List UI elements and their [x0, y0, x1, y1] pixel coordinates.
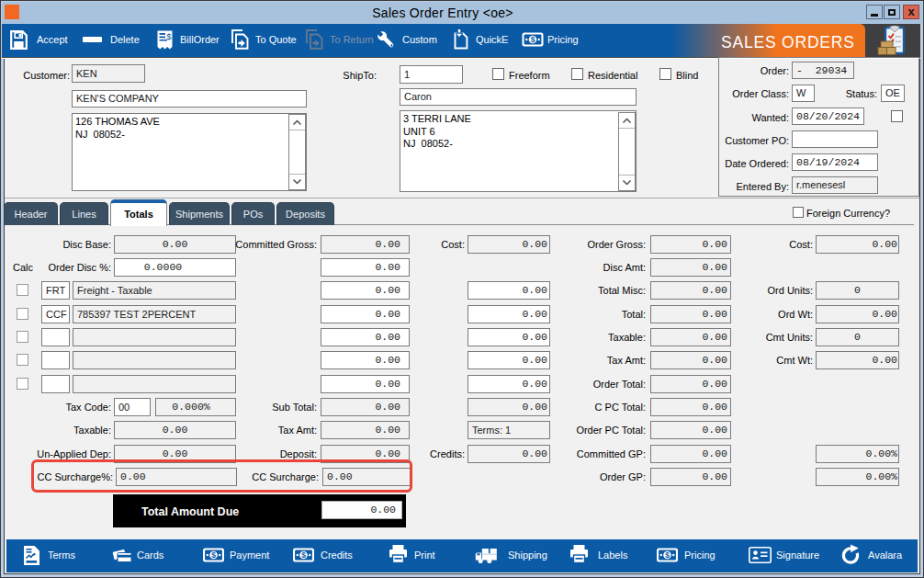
svg-text:$: $	[166, 31, 172, 41]
svg-text:$: $	[301, 550, 306, 560]
svg-text:$: $	[531, 35, 535, 44]
svg-text:$: $	[665, 550, 670, 560]
svg-text:$: $	[211, 550, 216, 560]
